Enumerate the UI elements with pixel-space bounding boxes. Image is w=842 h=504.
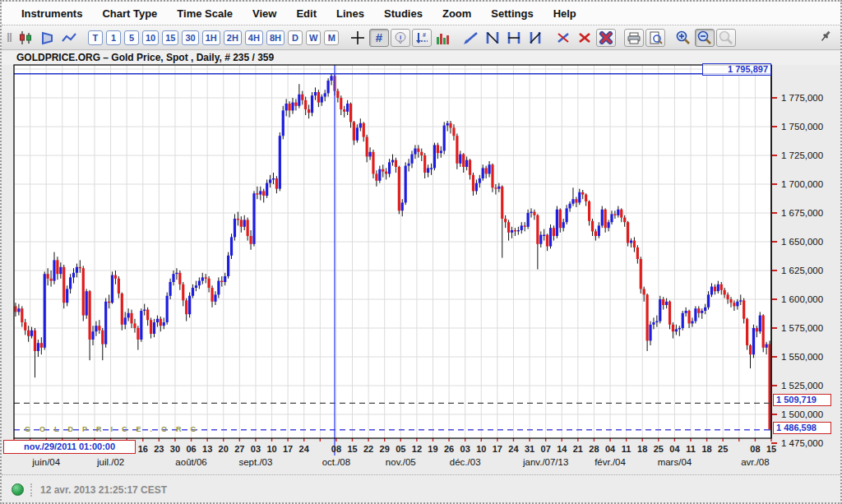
line-chart-icon[interactable]: [59, 29, 79, 47]
candle-up: [659, 299, 661, 321]
toolbar-drag-handle[interactable]: ‖: [7, 31, 13, 44]
trend-line-icon[interactable]: [461, 29, 481, 47]
candle-up: [76, 267, 78, 273]
candle-up: [53, 260, 55, 280]
interval-button-w[interactable]: W: [306, 30, 321, 45]
candle-up: [682, 313, 684, 328]
candle-up: [543, 235, 545, 236]
ohlc-chart-icon[interactable]: [38, 29, 58, 47]
pin-toolbar-icon[interactable]: [819, 30, 832, 46]
menu-view[interactable]: View: [243, 7, 286, 20]
horizontal-line-icon[interactable]: [504, 29, 524, 47]
crosshair-icon[interactable]: [348, 29, 368, 47]
candle-down: [372, 152, 374, 174]
x-axis-month-label: août/06: [175, 457, 206, 467]
zoom-out-icon[interactable]: [695, 29, 715, 47]
candle-up: [124, 317, 127, 324]
candle-down: [98, 326, 100, 331]
volume-icon[interactable]: [433, 29, 453, 47]
candle-down: [133, 323, 136, 328]
candle-up: [649, 325, 651, 341]
x-axis-day-label: 31: [525, 444, 534, 454]
candle-up: [201, 277, 204, 280]
candle-up: [407, 164, 409, 166]
trend-channel-icon[interactable]: [483, 29, 502, 47]
remove-line-icon[interactable]: [553, 29, 573, 47]
x-axis-day-label: 03: [251, 444, 261, 454]
delete-line-icon[interactable]: [575, 29, 594, 47]
candle-up: [678, 328, 681, 329]
candle-down: [308, 109, 310, 113]
menu-zoom[interactable]: Zoom: [433, 7, 481, 20]
x-axis-day-label: 19: [428, 444, 437, 454]
menu-settings[interactable]: Settings: [481, 7, 543, 20]
grid-toggle-icon[interactable]: #: [369, 29, 389, 47]
interval-button-1h[interactable]: 1H: [202, 30, 220, 45]
interval-button-t[interactable]: T: [88, 30, 103, 45]
interval-button-4h[interactable]: 4H: [245, 30, 263, 45]
interval-button-1[interactable]: 1: [106, 30, 121, 45]
interval-button-d[interactable]: D: [288, 30, 303, 45]
candle-down: [640, 259, 642, 289]
candle-up: [59, 267, 62, 274]
menu-chart-type[interactable]: Chart Type: [92, 7, 167, 20]
candle-down: [687, 311, 690, 323]
menu-lines[interactable]: Lines: [326, 7, 374, 20]
menu-studies[interactable]: Studies: [374, 7, 433, 20]
candle-down: [27, 331, 30, 336]
menu-help[interactable]: Help: [544, 7, 586, 20]
candle-down: [294, 103, 297, 106]
interval-button-5[interactable]: 5: [124, 30, 139, 45]
candle-up: [195, 285, 197, 288]
candle-down: [317, 92, 320, 103]
zoom-in-icon[interactable]: [673, 29, 693, 47]
connection-status-icon: [12, 483, 24, 496]
candle-down: [420, 152, 423, 155]
menu-edit[interactable]: Edit: [286, 7, 326, 20]
candle-down: [524, 225, 526, 226]
tooltip-balloon-icon[interactable]: i: [391, 29, 410, 47]
delete-all-lines-icon[interactable]: [596, 29, 616, 47]
candle-up: [217, 281, 220, 295]
candle-down: [349, 104, 352, 122]
candle-up: [272, 178, 275, 179]
candle-up: [330, 76, 332, 81]
interval-button-10[interactable]: 10: [142, 30, 159, 45]
interval-button-8h[interactable]: 8H: [266, 30, 285, 45]
interval-button-15[interactable]: 15: [162, 30, 178, 45]
interval-button-30[interactable]: 30: [182, 30, 198, 45]
y-axis-label: 1 700,000: [781, 179, 823, 189]
interval-button-2h[interactable]: 2H: [224, 30, 242, 45]
interval-button-m[interactable]: M: [324, 30, 339, 45]
x-axis-day-label: 14: [557, 444, 567, 454]
candle-down: [121, 294, 123, 325]
print-preview-icon[interactable]: [645, 29, 665, 47]
menu-time-scale[interactable]: Time Scale: [167, 7, 243, 20]
candle-up: [91, 331, 94, 340]
x-axis-day-label: 12: [412, 444, 422, 454]
candle-down: [301, 95, 303, 100]
candle-up: [224, 276, 226, 282]
x-axis-month-label: juin/04: [31, 457, 60, 467]
candle-down: [672, 325, 674, 331]
candle-down: [146, 310, 149, 321]
vertical-line-icon[interactable]: [525, 29, 545, 47]
candle-up: [214, 294, 216, 301]
candle-down: [182, 284, 184, 301]
candle-up: [766, 344, 768, 348]
x-axis-day-label: 13: [202, 444, 212, 454]
menu-instruments[interactable]: Instruments: [12, 7, 92, 20]
x-axis-day-label: 04: [669, 444, 680, 454]
candle-up: [446, 123, 449, 126]
axis-marker-icon[interactable]: #: [412, 29, 432, 47]
candle-down: [623, 218, 626, 223]
candlestick-chart-icon[interactable]: [16, 29, 36, 47]
candle-up: [443, 126, 446, 151]
x-axis-day-label: 24: [508, 444, 519, 454]
candle-down: [247, 220, 249, 236]
candle-down: [62, 267, 65, 303]
print-icon[interactable]: [624, 29, 644, 47]
candle-down: [646, 294, 649, 340]
watermark: GOLDPRICE.ORG: [25, 425, 206, 433]
candle-down: [423, 155, 426, 173]
